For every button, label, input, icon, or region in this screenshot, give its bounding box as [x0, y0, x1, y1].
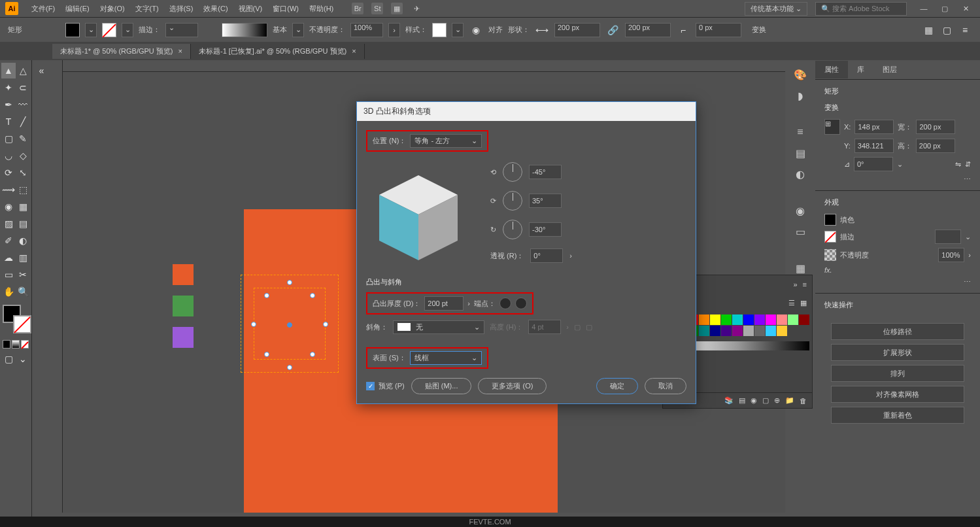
ruler-vertical[interactable]	[51, 60, 63, 527]
more-transform[interactable]: ⋯	[964, 175, 971, 183]
bevel-select[interactable]: 无⌄	[393, 320, 484, 334]
graph-tool[interactable]: ▥	[16, 250, 30, 265]
stroke-dd[interactable]: ⌄	[122, 23, 133, 37]
ruler-horizontal[interactable]	[51, 60, 785, 72]
opacity-dd-prop[interactable]: ›	[968, 251, 971, 259]
blend-tool[interactable]: ◐	[16, 233, 30, 248]
menu-type[interactable]: 文字(T)	[130, 4, 164, 14]
shaper-tool[interactable]: ◡	[1, 148, 16, 163]
stroke-panel-icon[interactable]: ≡	[790, 123, 811, 141]
ok-btn[interactable]: 确定	[596, 378, 638, 394]
map-art-btn[interactable]: 贴图 (M)...	[411, 378, 472, 394]
symbol-tool[interactable]: ☁	[1, 250, 16, 265]
search-input[interactable]: 🔍 搜索 Adobe Stock	[815, 2, 907, 16]
pen-tool[interactable]: ✒	[1, 97, 16, 112]
menu-edit[interactable]: 编辑(E)	[60, 4, 95, 14]
tab-libraries[interactable]: 库	[848, 61, 873, 78]
menu-object[interactable]: 对象(O)	[95, 4, 130, 14]
sw-list-icon[interactable]: ☰	[788, 299, 795, 307]
style-dd[interactable]: ⌄	[452, 23, 464, 37]
artboards-icon[interactable]: ▭	[790, 222, 811, 241]
menu-view[interactable]: 视图(V)	[233, 4, 268, 14]
prefs-icon[interactable]: ≡	[958, 22, 972, 38]
minimize-button[interactable]: —	[915, 3, 933, 14]
brush-preview[interactable]	[222, 23, 267, 37]
rect-tool[interactable]: ▢	[1, 131, 16, 146]
cap-off[interactable]	[515, 298, 527, 309]
persp-dd[interactable]: ›	[569, 252, 572, 260]
height-input[interactable]: 200 px	[625, 23, 671, 37]
menu-window[interactable]: 窗口(W)	[267, 4, 304, 14]
tab-close-2[interactable]: ×	[352, 47, 356, 55]
screen-mode[interactable]: ▢	[1, 351, 16, 367]
tab-1[interactable]: 未标题-1* @ 50% (RGB/GPU 预览)×	[52, 44, 191, 59]
stroke-swatch[interactable]	[102, 23, 116, 37]
shape-builder-tool[interactable]: ◉	[1, 199, 16, 214]
artboard-tool[interactable]: ▭	[1, 267, 16, 282]
collapse-icon[interactable]: «	[33, 63, 50, 78]
lasso-tool[interactable]: ⊂	[16, 80, 30, 95]
fill-sw-prop[interactable]	[824, 214, 836, 226]
sw-collapse[interactable]: »	[793, 280, 797, 288]
sw-trash-icon[interactable]: 🗑	[800, 397, 807, 405]
style-swatch[interactable]	[432, 23, 447, 37]
stroke-w-prop[interactable]	[935, 230, 961, 244]
tab-2[interactable]: 未标题-1 [已恢复].ai* @ 50% (RGB/GPU 预览)×	[191, 44, 365, 59]
btn-align-px[interactable]: 对齐像素网格	[831, 386, 964, 403]
link-icon[interactable]: 🔗	[605, 22, 620, 38]
depth-input[interactable]: 200 pt	[424, 296, 464, 311]
opacity-sw[interactable]	[824, 249, 836, 261]
hand-tool[interactable]: ✋	[1, 284, 16, 299]
shape2-label[interactable]: 形状：	[508, 25, 530, 35]
btn-offset[interactable]: 位移路径	[831, 323, 964, 340]
stroke-sw-prop[interactable]	[824, 231, 836, 243]
stroke-weight[interactable]: ⌄	[165, 23, 198, 37]
maximize-button[interactable]: ▢	[936, 3, 954, 14]
arrange-icon[interactable]: ▦	[391, 3, 403, 14]
stock-icon[interactable]: St	[371, 3, 383, 14]
rotate-tool[interactable]: ⟳	[1, 165, 16, 180]
fill-stroke-control[interactable]	[3, 305, 31, 333]
direct-select-tool[interactable]: △	[16, 63, 30, 78]
scale-tool[interactable]: ⤡	[16, 165, 30, 180]
fx-label[interactable]: fx.	[824, 266, 832, 274]
menu-effect[interactable]: 效果(C)	[198, 4, 233, 14]
curvature-tool[interactable]: 〰	[16, 97, 30, 112]
flip-v-icon[interactable]: ⇵	[965, 160, 971, 169]
rot-dd[interactable]: ⌄	[897, 160, 903, 169]
cap-on[interactable]	[499, 298, 511, 309]
tab-layers[interactable]: 图层	[873, 61, 906, 78]
opacity-dd[interactable]: ›	[388, 23, 400, 37]
color-panel-icon[interactable]: 🎨	[790, 65, 811, 84]
x-input[interactable]: 148 px	[854, 120, 894, 134]
sw-options-icon[interactable]: ◉	[751, 396, 757, 405]
depth-dd[interactable]: ›	[467, 299, 470, 307]
perspective-tool[interactable]: ▦	[16, 199, 30, 214]
selection-tool[interactable]: ▲	[1, 63, 16, 78]
y-input[interactable]: 348.121	[854, 139, 894, 153]
corner-input[interactable]: 0 px	[696, 23, 741, 37]
sw-folder-icon[interactable]: 📁	[785, 396, 794, 405]
tab-close-1[interactable]: ×	[178, 47, 182, 55]
stroke-dd-prop[interactable]: ⌄	[965, 233, 971, 241]
width-input[interactable]: 200 px	[554, 23, 600, 37]
transform-btn[interactable]: 变换	[747, 24, 771, 36]
position-select[interactable]: 等角 - 左方⌄	[410, 134, 482, 148]
opacity-prop[interactable]: 100%	[938, 248, 964, 262]
rot-input[interactable]: 0°	[854, 157, 893, 171]
brush-tool[interactable]: ✎	[16, 131, 30, 146]
btn-recolor[interactable]: 重新着色	[831, 407, 964, 424]
preview-check[interactable]: ✓预览 (P)	[366, 381, 405, 391]
link-w-icon[interactable]: ⟷	[535, 22, 549, 38]
x-dial[interactable]	[503, 162, 522, 182]
x-angle[interactable]: -45°	[529, 165, 562, 179]
perspective-input[interactable]: 0°	[530, 248, 563, 263]
recolor-icon[interactable]: ◉	[469, 22, 483, 38]
gradient-tool[interactable]: ▤	[16, 216, 30, 231]
btn-expand[interactable]: 扩展形状	[831, 344, 964, 361]
z-angle[interactable]: -30°	[529, 222, 562, 237]
close-button[interactable]: ✕	[956, 3, 975, 14]
tab-properties[interactable]: 属性	[815, 61, 848, 78]
corner-icon[interactable]: ⌐	[676, 22, 690, 38]
type-tool[interactable]: T	[1, 114, 16, 129]
